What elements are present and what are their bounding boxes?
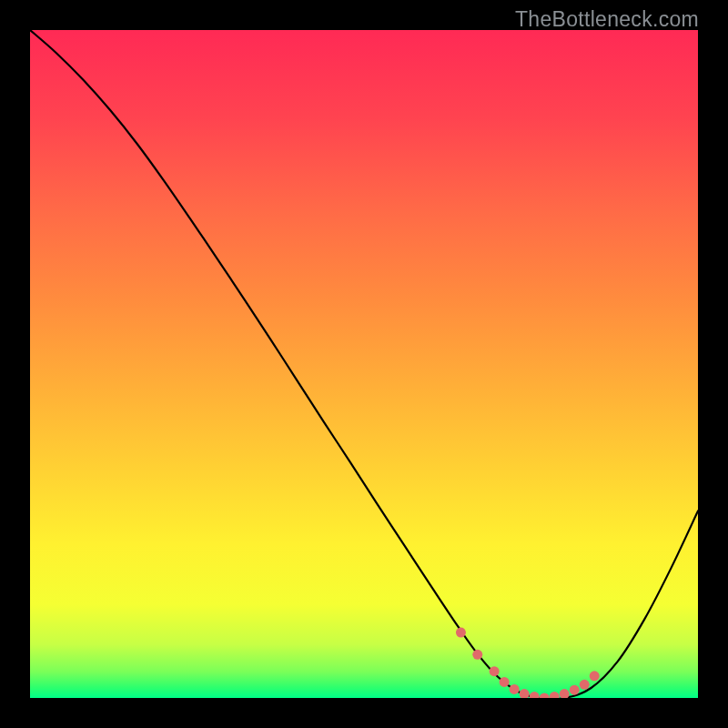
plot-area: [30, 30, 698, 698]
chart-container: TheBottleneck.com: [0, 0, 728, 728]
marker-point: [472, 650, 482, 660]
marker-point: [510, 684, 520, 694]
marker-point: [500, 677, 510, 687]
bottleneck-chart: [30, 30, 698, 698]
watermark-text: TheBottleneck.com: [515, 7, 699, 32]
marker-point: [456, 628, 466, 638]
marker-point: [490, 666, 500, 676]
marker-point: [580, 680, 590, 690]
marker-point: [590, 671, 600, 681]
marker-point: [570, 685, 580, 695]
gradient-background: [30, 30, 698, 698]
